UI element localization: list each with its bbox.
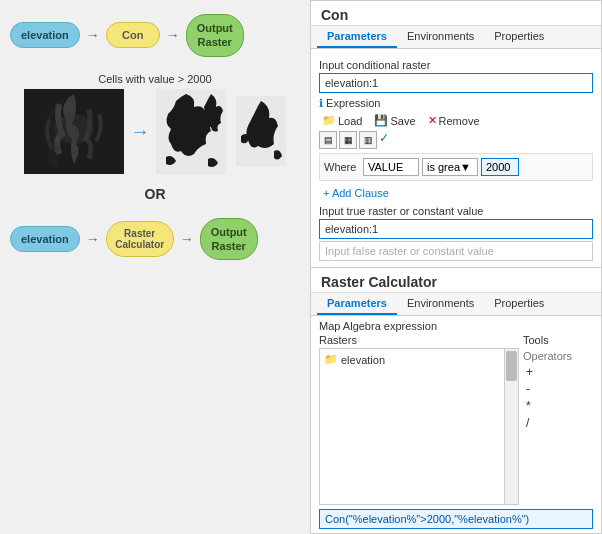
arrow4: →: [180, 231, 194, 247]
arrow3: →: [86, 231, 100, 247]
remove-button[interactable]: ✕ Remove: [425, 113, 483, 128]
raster-item-elevation[interactable]: 📁 elevation: [322, 351, 502, 368]
terrain-raster-image: [24, 89, 124, 174]
rasters-header: Rasters: [319, 334, 519, 346]
save-label: Save: [390, 115, 415, 127]
con-panel-body: Input conditional raster elevation:1 Exp…: [311, 49, 601, 267]
input-conditional-label: Input conditional raster: [319, 59, 593, 71]
op-divide[interactable]: /: [523, 415, 593, 431]
expression-label: Expression: [319, 97, 593, 110]
tools-header: Tools: [523, 334, 593, 346]
mask-result-image: [156, 89, 226, 174]
con-panel: Con Parameters Environments Properties I…: [310, 0, 602, 268]
calc-panel-body: Map Algebra expression Rasters 📁 elevati…: [311, 316, 601, 533]
mini-btn-2[interactable]: ▦: [339, 131, 357, 149]
raster-calc-title: Raster Calculator: [311, 268, 601, 293]
operators-label: Operators: [523, 350, 593, 362]
rasters-with-scroll: 📁 elevation: [319, 348, 519, 505]
where-value-field[interactable]: 2000: [481, 158, 519, 176]
save-button[interactable]: 💾 Save: [371, 113, 418, 128]
mini-btn-3[interactable]: ▥: [359, 131, 377, 149]
node-con: Con: [106, 22, 160, 48]
op-plus[interactable]: +: [523, 364, 593, 380]
load-label: Load: [338, 115, 362, 127]
mini-toolbar: ▤ ▦ ▥ ✓: [319, 131, 593, 149]
left-panel: elevation → Con → OutputRaster Cells wit…: [0, 0, 310, 534]
image-arrow: →: [130, 120, 150, 143]
input-true-field[interactable]: elevation:1: [319, 219, 593, 239]
tab-parameters-con[interactable]: Parameters: [317, 26, 397, 48]
raster-elevation-label: elevation: [341, 354, 385, 366]
image-row: →: [24, 89, 286, 174]
tab-parameters-calc[interactable]: Parameters: [317, 293, 397, 315]
check-icon[interactable]: ✓: [379, 131, 389, 149]
node-output2: OutputRaster: [200, 218, 258, 261]
con-tabs: Parameters Environments Properties: [311, 26, 601, 49]
bottom-diagram: elevation → RasterCalculator → OutputRas…: [10, 214, 300, 265]
where-row: Where VALUE is grea▼ 2000: [319, 153, 593, 181]
where-operator-select[interactable]: is grea▼: [422, 158, 478, 176]
save-icon: 💾: [374, 114, 388, 127]
node-elevation2: elevation: [10, 226, 80, 252]
op-multiply[interactable]: *: [523, 398, 593, 414]
tools-column: Tools Operators + - * /: [523, 334, 593, 505]
formula-box[interactable]: Con("%elevation%">2000,"%elevation%"): [319, 509, 593, 529]
rasters-scrollbar[interactable]: [505, 348, 519, 505]
right-panel: Con Parameters Environments Properties I…: [310, 0, 602, 534]
two-col-layout: Rasters 📁 elevation: [319, 334, 593, 505]
remove-label: Remove: [439, 115, 480, 127]
load-button[interactable]: 📁 Load: [319, 113, 365, 128]
input-false-field[interactable]: Input false raster or constant value: [319, 241, 593, 261]
raster-calculator-panel: Raster Calculator Parameters Environment…: [310, 268, 602, 534]
map-algebra-label: Map Algebra expression: [319, 320, 593, 332]
folder-icon-elevation: 📁: [324, 353, 338, 366]
scroll-thumb: [506, 351, 517, 381]
arrow1: →: [86, 27, 100, 43]
op-minus[interactable]: -: [523, 381, 593, 397]
tab-environments-con[interactable]: Environments: [397, 26, 484, 48]
image-caption: Cells with value > 2000: [98, 73, 211, 85]
node-output1: OutputRaster: [186, 14, 244, 57]
folder-icon: 📁: [322, 114, 336, 127]
mask-result-image2: [236, 96, 286, 166]
arrow2: →: [166, 27, 180, 43]
rasters-column: Rasters 📁 elevation: [319, 334, 519, 505]
input-conditional-field[interactable]: elevation:1: [319, 73, 593, 93]
mini-btn-1[interactable]: ▤: [319, 131, 337, 149]
expression-toolbar: 📁 Load 💾 Save ✕ Remove: [319, 113, 593, 128]
or-label: OR: [10, 186, 300, 202]
input-true-label: Input true raster or constant value: [319, 205, 593, 217]
where-label: Where: [324, 161, 360, 173]
operators-list: + - * /: [523, 364, 593, 431]
node-elevation1: elevation: [10, 22, 80, 48]
tab-properties-con[interactable]: Properties: [484, 26, 554, 48]
top-diagram: elevation → Con → OutputRaster: [10, 10, 300, 61]
image-section: Cells with value > 2000 →: [10, 73, 300, 174]
add-clause-button[interactable]: Add Clause: [319, 185, 593, 201]
remove-icon: ✕: [428, 114, 437, 127]
calc-tabs: Parameters Environments Properties: [311, 293, 601, 316]
where-field-select[interactable]: VALUE: [363, 158, 419, 176]
rasters-list: 📁 elevation: [319, 348, 505, 505]
con-panel-title: Con: [311, 1, 601, 26]
node-raster-calculator: RasterCalculator: [106, 221, 174, 257]
tab-properties-calc[interactable]: Properties: [484, 293, 554, 315]
tab-environments-calc[interactable]: Environments: [397, 293, 484, 315]
svg-point-1: [54, 114, 94, 144]
